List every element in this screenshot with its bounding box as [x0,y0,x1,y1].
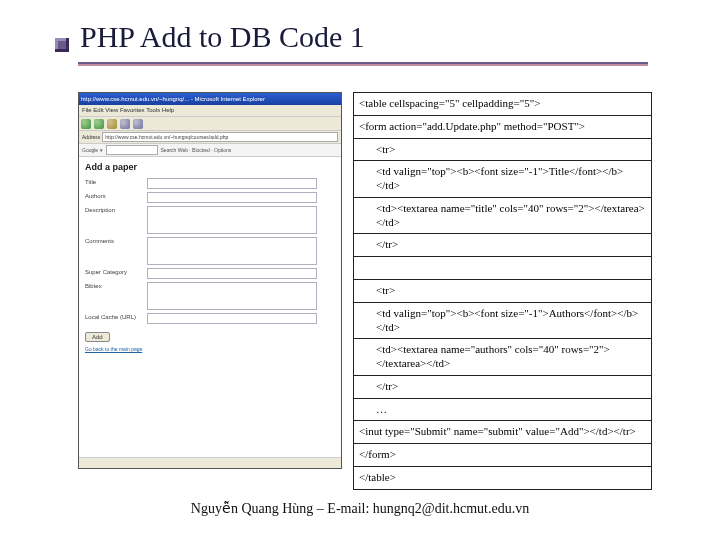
input-description [147,206,317,234]
code-line: <inut type="Submit" name="submit" value=… [354,421,652,444]
page-content: Add a paper Title Authors Description Co… [79,157,341,357]
code-line: … [354,398,652,421]
submit-button: Add [85,332,110,342]
refresh-icon [120,119,130,129]
google-toolbar: Google ▾ Search Web · Blocked · Options [79,144,341,157]
code-spacer [354,257,652,280]
code-line: </table> [354,466,652,489]
label-bibtex: Bibtex [85,282,147,310]
code-line: <td valign="top"><b><font size="-1">Auth… [354,302,652,339]
code-line: <td><textarea name="authors" cols="40" r… [354,339,652,376]
label-description: Description [85,206,147,234]
code-line: <form action="add.Update.php" method="PO… [354,115,652,138]
label-authors: Authors [85,192,147,203]
input-url [147,313,317,324]
address-bar: Address http://www.cse.hcmut.edu.vn/~hun… [79,131,341,144]
google-search-input [106,145,158,155]
google-hint: Search Web · Blocked · Options [161,147,232,153]
address-label: Address [82,134,100,140]
input-supercat [147,268,317,279]
code-line: <tr> [354,138,652,161]
address-input: http://www.cse.hcmut.edu.vn/~hungnq/cour… [102,132,338,142]
title-underline [78,62,648,66]
browser-toolbar [79,117,341,131]
browser-titlebar: http://www.cse.hcmut.edu.vn/~hungnq/... … [79,93,341,105]
input-title [147,178,317,189]
back-icon [81,119,91,129]
code-line: </tr> [354,375,652,398]
code-listing: <table cellspacing="5" cellpadding="5"> … [353,92,652,490]
status-bar [79,457,341,468]
slide-title: PHP Add to DB Code 1 [80,20,365,54]
fwd-icon [94,119,104,129]
label-url: Local Cache (URL) [85,313,147,324]
code-line: </form> [354,444,652,467]
label-title: Title [85,178,147,189]
browser-screenshot: http://www.cse.hcmut.edu.vn/~hungnq/... … [78,92,342,469]
browser-menu: File Edit View Favorites Tools Help [79,105,341,117]
home-icon [133,119,143,129]
google-label: Google ▾ [82,147,103,153]
label-supercat: Super Category [85,268,147,279]
slide-footer: Nguyễn Quang Hùng – E-mail: hungnq2@dit.… [0,500,720,517]
bullet-icon [55,38,69,52]
back-link: Go back to the main page [85,346,335,352]
input-authors [147,192,317,203]
code-line: <td><textarea name="title" cols="40" row… [354,197,652,234]
code-line: <tr> [354,280,652,303]
code-line: <td valign="top"><b><font size="-1">Titl… [354,161,652,198]
label-comments: Comments [85,237,147,265]
stop-icon [107,119,117,129]
input-bibtex [147,282,317,310]
input-comments [147,237,317,265]
code-line: <table cellspacing="5" cellpadding="5"> [354,93,652,116]
code-line: </tr> [354,234,652,257]
form-heading: Add a paper [85,162,335,172]
